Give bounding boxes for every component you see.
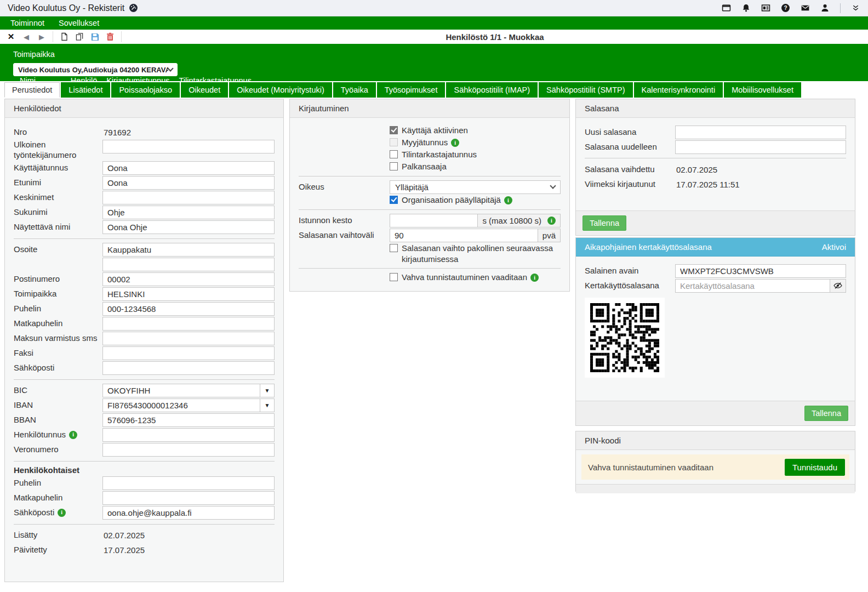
text-input[interactable] xyxy=(102,287,275,301)
dropdown-select[interactable]: Ylläpitäjä xyxy=(390,180,561,194)
info-icon[interactable]: i xyxy=(451,139,459,147)
form-row: Salasanan vaihto pakollinen seuraavassa … xyxy=(299,243,561,265)
text-input[interactable] xyxy=(102,346,275,360)
panel-salasana: Salasana Uusi salasanaSalasana uudelleen… xyxy=(575,99,855,236)
checkbox[interactable] xyxy=(390,244,398,252)
totp-qr-code xyxy=(585,298,665,378)
tab-perustiedot[interactable]: Perustiedot xyxy=(4,82,60,98)
text-input[interactable] xyxy=(102,161,275,175)
text-input[interactable] xyxy=(102,258,275,271)
text-input[interactable] xyxy=(390,229,538,242)
dropdown-button[interactable]: ▼ xyxy=(260,399,275,412)
field-control xyxy=(102,206,275,219)
tab-s-hk-postitilit-imap-[interactable]: Sähköpostitilit (IMAP) xyxy=(446,82,538,98)
text-input[interactable] xyxy=(102,332,275,345)
text-input[interactable] xyxy=(675,126,846,139)
info-icon[interactable]: i xyxy=(547,217,556,225)
text-input[interactable] xyxy=(102,272,275,286)
toggle-visibility-icon[interactable] xyxy=(830,279,846,293)
collapse-icon[interactable] xyxy=(851,3,860,13)
field-label: Salasanan vaihtoväli xyxy=(299,230,390,241)
menu-item-sovellukset[interactable]: Sovellukset xyxy=(52,16,106,30)
form-row: Palkansaaja xyxy=(299,161,561,173)
text-input[interactable] xyxy=(675,264,846,278)
form-row: Vahva tunnistautuminen vaaditaani xyxy=(299,272,561,283)
info-icon[interactable]: i xyxy=(69,431,77,439)
form-row: Faksi xyxy=(14,346,275,361)
toimipaikka-select[interactable]: Video Koulutus Oy,Audiokuja 04200 KERAVA xyxy=(13,63,178,76)
text-input[interactable] xyxy=(102,191,275,204)
checkbox[interactable] xyxy=(390,196,398,204)
field-label: Salasana uudelleen xyxy=(585,142,675,152)
text-input[interactable] xyxy=(675,140,846,154)
back-icon[interactable]: ◀ xyxy=(20,31,32,43)
checkbox[interactable] xyxy=(390,162,398,170)
text-input[interactable] xyxy=(102,361,275,375)
text-input[interactable] xyxy=(102,206,275,219)
text-input[interactable] xyxy=(102,220,275,234)
checkbox[interactable] xyxy=(390,150,398,158)
form-row: BIC▼ xyxy=(14,384,275,398)
dropdown-button[interactable]: ▼ xyxy=(260,384,275,397)
checkbox[interactable] xyxy=(390,273,398,281)
form-row: Käyttäjätunnus xyxy=(14,161,275,175)
forward-icon[interactable]: ▶ xyxy=(36,31,48,43)
field-control: Palkansaaja xyxy=(390,161,561,172)
user-icon[interactable] xyxy=(820,3,830,13)
text-input[interactable] xyxy=(102,384,260,397)
mail-icon[interactable] xyxy=(801,3,810,13)
info-icon[interactable]: i xyxy=(530,274,539,282)
info-icon[interactable]: i xyxy=(504,196,512,204)
tab-s-hk-postitilit-smtp-[interactable]: Sähköpostitilit (SMTP) xyxy=(539,82,632,98)
text-input[interactable] xyxy=(675,279,830,293)
bell-icon[interactable] xyxy=(741,3,751,13)
tab-mobiilisovellukset[interactable]: Mobiilisovellukset xyxy=(724,82,801,98)
field-label: Istunnon kesto xyxy=(299,215,390,226)
copy-icon[interactable] xyxy=(73,31,85,43)
news-icon[interactable] xyxy=(761,3,770,13)
tab-lis-tiedot[interactable]: Lisätiedot xyxy=(61,82,110,98)
record-header: Toimipaikka Video Koulutus Oy,Audiokuja … xyxy=(0,44,868,81)
field-control: Myyjätunnusi xyxy=(390,137,561,148)
save-icon[interactable] xyxy=(89,31,101,43)
text-input[interactable] xyxy=(390,214,478,227)
text-input[interactable] xyxy=(102,476,275,490)
save-password-button[interactable]: Tallenna xyxy=(583,215,626,231)
form-row: Salainen avain xyxy=(585,264,846,278)
activate-link[interactable]: Aktivoi xyxy=(822,238,846,256)
text-input[interactable] xyxy=(102,428,275,442)
info-icon[interactable]: i xyxy=(58,509,66,517)
form-row: Veronumero xyxy=(14,443,275,457)
text-input[interactable] xyxy=(102,140,275,153)
field-control xyxy=(102,140,275,153)
field-control xyxy=(102,361,275,375)
text-input[interactable] xyxy=(102,413,275,427)
field-label: Osoite xyxy=(14,244,102,255)
tab-ty-aika[interactable]: Työaika xyxy=(333,82,376,98)
field-control xyxy=(675,126,846,139)
menu-item-toiminnot[interactable]: Toiminnot xyxy=(3,16,52,30)
window-icon[interactable] xyxy=(722,3,731,13)
tab-oikeudet[interactable]: Oikeudet xyxy=(181,82,228,98)
field-control xyxy=(102,317,275,331)
text-input[interactable] xyxy=(102,443,275,457)
tab-kalenterisynkronointi[interactable]: Kalenterisynkronointi xyxy=(634,82,723,98)
close-icon[interactable]: ✕ xyxy=(5,31,17,43)
tab-oikeudet-moniyritystuki-[interactable]: Oikeudet (Moniyritystuki) xyxy=(229,82,332,98)
field-control xyxy=(102,287,275,301)
text-input[interactable] xyxy=(102,317,275,331)
save-totp-button[interactable]: Tallenna xyxy=(804,406,848,421)
tab-poissaolojakso[interactable]: Poissaolojakso xyxy=(111,82,180,98)
text-input[interactable] xyxy=(102,302,275,316)
text-input[interactable] xyxy=(102,506,275,520)
tab-ty-sopimukset[interactable]: Työsopimukset xyxy=(377,82,446,98)
text-input[interactable] xyxy=(102,176,275,190)
delete-icon[interactable] xyxy=(104,31,116,43)
new-document-icon[interactable] xyxy=(58,31,70,43)
help-icon[interactable]: ? xyxy=(781,3,790,13)
text-input[interactable] xyxy=(102,243,275,257)
authenticate-button[interactable]: Tunnistaudu xyxy=(785,459,845,476)
text-input[interactable] xyxy=(102,491,275,505)
text-input[interactable] xyxy=(102,399,260,412)
field-control: 02.07.2025 xyxy=(675,165,846,174)
